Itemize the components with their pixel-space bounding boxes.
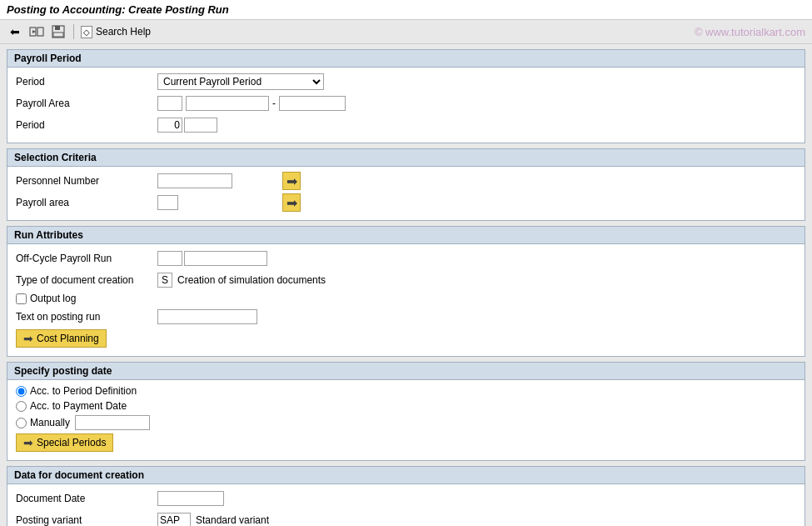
output-log-row: Output log [16,293,796,304]
posting-date-option2-row: Acc. to Payment Date [16,400,796,412]
run-attributes-header: Run Attributes [7,227,805,244]
posting-date-header: Specify posting date [7,363,805,380]
payroll-period-header: Payroll Period [7,50,805,68]
document-date-row: Document Date [16,489,796,508]
document-creation-body: Document Date Posting variant Standard v… [7,484,805,526]
period-label: Period [16,76,157,88]
payroll-area-row: Payroll Area - [16,94,796,113]
payroll-period-body: Period Current Payroll Period Payroll Ar… [7,68,805,143]
off-cycle-input1[interactable] [157,251,182,266]
text-posting-row: Text on posting run [16,308,796,326]
selection-criteria-body: Personnel Number ➡ Payroll area ➡ [7,167,805,220]
payroll-area-criteria-input[interactable] [157,195,178,210]
period-row2: Period [16,116,796,134]
special-periods-row: ➡ Special Periods [16,433,796,452]
cost-planning-button[interactable]: ➡ Cost Planning [16,329,107,348]
text-posting-input[interactable] [157,309,257,324]
forward-icon[interactable] [28,23,45,40]
posting-date-option1-row: Acc. to Period Definition [16,385,796,397]
posting-date-radio3[interactable] [16,418,27,428]
special-periods-arrow-icon: ➡ [23,436,33,449]
period-row: Period Current Payroll Period [16,73,796,91]
document-date-input[interactable] [157,491,224,506]
doc-creation-row: Type of document creation Creation of si… [16,271,796,289]
payroll-area-criteria-label: Payroll area [16,197,157,208]
selection-criteria-header: Selection Criteria [7,149,805,167]
posting-variant-input[interactable] [157,513,191,526]
posting-date-option1-label: Acc. to Period Definition [30,385,137,397]
dash: - [272,98,276,109]
posting-variant-row: Posting variant Standard variant [16,511,796,526]
svg-rect-5 [53,33,63,37]
personnel-number-arrow-button[interactable]: ➡ [282,172,301,190]
run-attributes-body: Off-Cycle Payroll Run Type of document c… [7,244,805,356]
payroll-area-label: Payroll Area [16,98,157,109]
toolbar-divider [73,24,74,39]
back-icon[interactable]: ⬅ [7,23,23,40]
posting-date-radio1[interactable] [16,386,27,397]
run-attributes-section: Run Attributes Off-Cycle Payroll Run Typ… [7,226,805,357]
cost-planning-label: Cost Planning [37,333,99,344]
search-help-button[interactable]: ◇ Search Help [81,26,151,38]
posting-date-option3-row: Manually [16,415,796,430]
posting-variant-text: Standard variant [196,514,269,526]
posting-date-option3-label: Manually [30,417,70,428]
output-log-checkbox[interactable] [16,293,27,304]
document-date-label: Document Date [16,493,157,504]
posting-date-option2-label: Acc. to Payment Date [30,400,127,412]
special-periods-label: Special Periods [37,437,106,448]
personnel-number-label: Personnel Number [16,175,157,187]
main-content: Payroll Period Period Current Payroll Pe… [0,44,812,526]
manually-date-input[interactable] [75,415,150,430]
doc-creation-text: Creation of simulation documents [177,274,326,286]
payroll-area-criteria-row: Payroll area ➡ [16,193,796,212]
svg-rect-1 [37,28,43,36]
off-cycle-row: Off-Cycle Payroll Run [16,249,796,268]
title-bar: Posting to Accounting: Create Posting Ru… [0,0,812,20]
posting-date-section: Specify posting date Acc. to Period Defi… [7,362,805,461]
payroll-area-arrow-button[interactable]: ➡ [282,193,301,212]
toolbar: ⬅ ◇ Search Help © www.tutorialkart.com [0,20,812,44]
selection-criteria-section: Selection Criteria Personnel Number ➡ Pa… [7,148,805,221]
watermark: © www.tutorialkart.com [695,26,805,38]
output-log-label: Output log [30,293,76,304]
period-select[interactable]: Current Payroll Period [157,73,324,90]
posting-date-radio2[interactable] [16,401,27,412]
payroll-area-input3[interactable] [279,96,346,111]
doc-creation-label: Type of document creation [16,274,157,286]
personnel-number-input[interactable] [157,173,232,188]
cost-planning-arrow-icon: ➡ [23,332,33,345]
posting-date-body: Acc. to Period Definition Acc. to Paymen… [7,380,805,460]
svg-rect-4 [55,26,60,30]
save-icon[interactable] [50,23,67,40]
period-input[interactable] [157,118,182,133]
off-cycle-label: Off-Cycle Payroll Run [16,253,157,264]
text-posting-label: Text on posting run [16,311,157,323]
period-label2: Period [16,119,157,131]
doc-creation-input[interactable] [157,273,172,288]
period-input2[interactable] [184,118,217,133]
document-creation-section: Data for document creation Document Date… [7,466,805,526]
payroll-period-section: Payroll Period Period Current Payroll Pe… [7,49,805,143]
special-periods-button[interactable]: ➡ Special Periods [16,433,113,452]
personnel-number-row: Personnel Number ➡ [16,172,796,190]
posting-variant-label: Posting variant [16,514,157,526]
payroll-area-input2[interactable] [186,96,269,111]
cost-planning-row: ➡ Cost Planning [16,329,796,348]
payroll-area-input1[interactable] [157,96,182,111]
document-creation-header: Data for document creation [7,467,805,484]
off-cycle-input2[interactable] [184,251,267,266]
page-title: Posting to Accounting: Create Posting Ru… [7,3,229,16]
